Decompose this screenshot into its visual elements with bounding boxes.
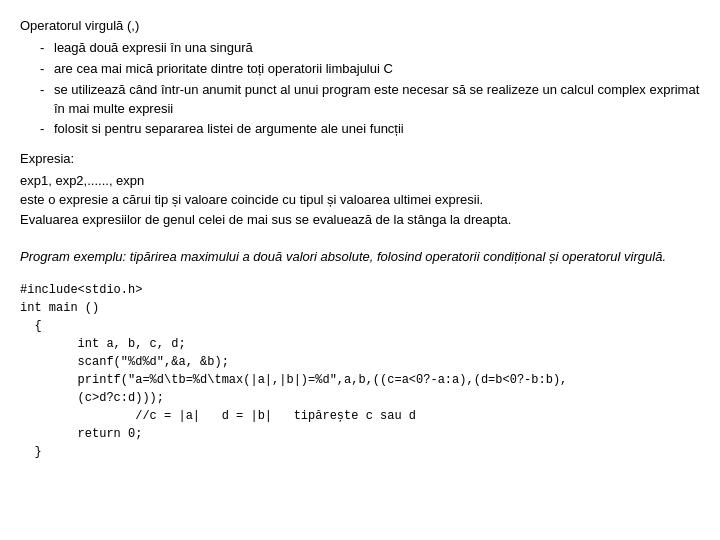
expression-line1: exp1, exp2,......, expn — [20, 171, 700, 191]
expression-line3: Evaluarea expresiilor de genul celei de … — [20, 210, 700, 230]
code-block: #include<stdio.h> int main () { int a, b… — [20, 281, 700, 461]
bullet-list: leagă două expresii în una singură are c… — [40, 39, 700, 139]
list-item: folosit si pentru separarea listei de ar… — [40, 120, 700, 139]
list-item: leagă două expresii în una singură — [40, 39, 700, 58]
list-item: se utilizează când într-un anumit punct … — [40, 81, 700, 119]
page-container: Operatorul virgulă (,) leagă două expres… — [20, 18, 700, 461]
section-title: Operatorul virgulă (,) — [20, 18, 700, 33]
italic-block: Program exemplu: tipărirea maximului a d… — [20, 247, 700, 267]
expression-label: Expresia: — [20, 149, 700, 169]
expression-line2: este o expresie a cărui tip și valoare c… — [20, 190, 700, 210]
list-item: are cea mai mică prioritate dintre toți … — [40, 60, 700, 79]
expression-block: Expresia: exp1, exp2,......, expn este o… — [20, 149, 700, 229]
